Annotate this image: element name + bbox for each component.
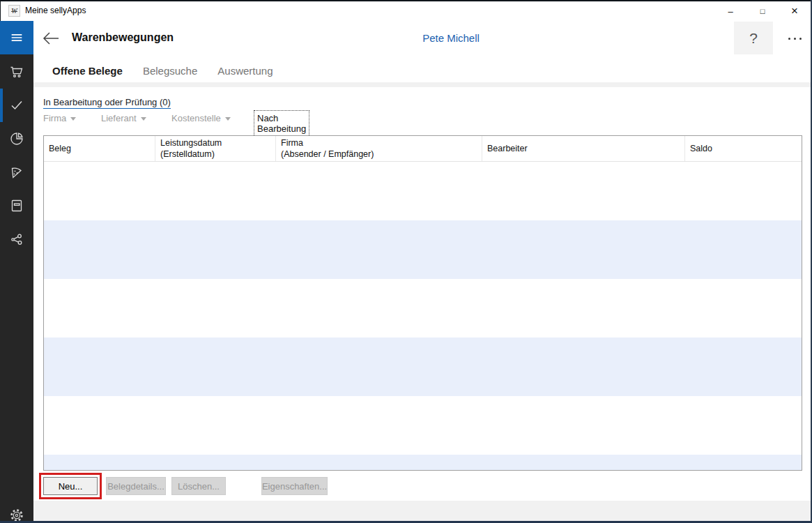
tab-auswertung[interactable]: Auswertung [217,65,273,77]
status-filter-link[interactable]: In Bearbeitung oder Prüfung (0) [43,97,171,109]
table-body-empty[interactable] [44,162,802,470]
back-arrow-icon [42,31,60,46]
lieferant-dropdown[interactable]: Lieferant [101,113,146,123]
app-window: W Meine sellyApps – □ × [0,0,812,523]
book-icon [8,197,25,214]
chevron-down-icon [70,117,76,121]
kostenstelle-dropdown-label: Kostenstelle [171,113,221,123]
column-header-saldo[interactable]: Saldo [685,136,802,161]
more-options-button[interactable] [781,29,809,47]
app-logo-icon: W [8,5,20,17]
tab-offene-belege[interactable]: Offene Belege [52,65,123,77]
cart-icon [8,63,25,80]
header-divider [33,82,812,87]
sidebar-item-tasks[interactable] [0,89,33,122]
menu-button[interactable] [0,21,33,54]
firma-dropdown[interactable]: Firma [43,113,76,123]
documents-table: Beleg Leistungsdatum (Erstelldatum) Firm… [43,135,802,471]
close-icon: × [791,4,798,18]
sidebar-item-cart[interactable] [0,55,33,89]
sort-toggle-nach-bearbeitung[interactable]: Nach Bearbeitung [254,110,309,137]
chevron-down-icon [225,117,231,121]
eigenschaften-button[interactable]: Eigenschaften... [261,477,328,495]
bottom-strip [33,501,812,521]
maximize-button[interactable]: □ [746,1,779,21]
tab-belegsuche[interactable]: Belegsuche [143,65,197,77]
sidebar-item-share[interactable] [0,222,33,256]
check-icon [8,97,25,114]
minimize-icon: – [728,6,733,17]
ellipsis-icon [788,38,802,40]
help-icon: ? [749,30,758,47]
user-name[interactable]: Pete Michell [388,32,514,44]
pizza-icon [8,164,25,181]
selected-indicator [0,89,3,122]
window-title: Meine sellyApps [25,6,86,15]
close-button[interactable]: × [779,1,811,21]
sidebar-item-pizza[interactable] [0,156,33,189]
back-button[interactable] [40,29,61,48]
minimize-button[interactable]: – [714,1,746,21]
firma-dropdown-label: Firma [43,113,66,123]
window-controls: – □ × [714,1,811,21]
chevron-down-icon [141,117,146,121]
maximize-icon: □ [760,7,765,15]
column-header-firma[interactable]: Firma (Absender / Empfänger) [276,136,482,161]
table-header: Beleg Leistungsdatum (Erstelldatum) Firm… [44,136,802,162]
sidebar-item-catalog[interactable] [0,189,33,222]
sidebar-item-reports[interactable] [0,122,33,156]
hamburger-icon [9,30,24,45]
belegdetails-button[interactable]: Belegdetails... [106,477,166,495]
column-header-bearbeiter[interactable]: Bearbeiter [482,136,685,161]
page-title: Warenbewegungen [72,31,174,44]
help-button[interactable]: ? [734,22,773,54]
settings-button[interactable] [0,499,33,523]
share-icon [8,231,25,248]
title-bar[interactable]: W Meine sellyApps – □ × [0,0,812,21]
tab-bar: Offene Belege Belegsuche Auswertung [52,65,273,77]
column-header-leistungsdatum[interactable]: Leistungsdatum (Erstelldatum) [155,136,276,161]
lieferant-dropdown-label: Lieferant [101,113,137,123]
sidebar [0,21,33,521]
loeschen-button[interactable]: Löschen... [171,477,226,495]
pie-chart-icon [8,130,25,147]
window-border-top [0,0,812,1]
neu-button[interactable]: Neu... [43,477,98,495]
column-header-beleg[interactable]: Beleg [44,136,155,161]
kostenstelle-dropdown[interactable]: Kostenstelle [171,113,231,123]
